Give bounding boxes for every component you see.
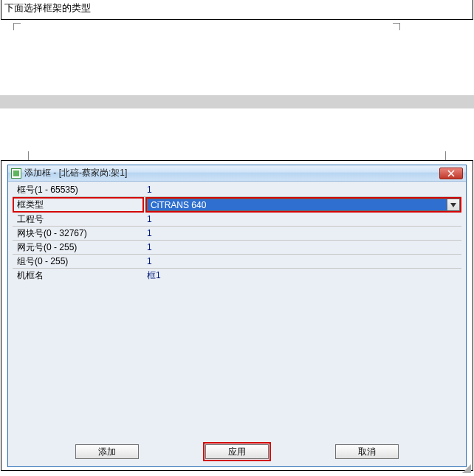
button-bar: 添加 应用 取消 [8,438,466,466]
form-area: 框号(1 - 65535) 1 框类型 CiTRANS 640 工程号 1 [8,182,466,283]
frame-type-dropdown[interactable]: CiTRANS 640 [145,197,461,213]
crop-marks [0,20,474,73]
row-frame-type: 框类型 CiTRANS 640 [13,197,461,213]
label-frame-name: 机框名 [13,269,144,283]
mid-spacer [0,108,474,160]
dropdown-arrow-button[interactable] [447,199,460,211]
apply-button[interactable]: 应用 [205,444,269,459]
label-ne-no: 网元号(0 - 255) [13,241,144,255]
value-group-no[interactable]: 1 [144,255,461,269]
add-frame-dialog: 添加框 - [北碚-蔡家岗:架1] 框号(1 - 65535) 1 框类型 Ci… [7,165,467,467]
label-project-no: 工程号 [13,213,144,227]
instruction-panel: 下面选择框架的类型 [1,0,473,20]
cancel-button-label: 取消 [358,446,376,458]
add-button[interactable]: 添加 [75,444,139,459]
value-ne-no[interactable]: 1 [144,241,461,255]
label-group-no: 组号(0 - 255) [13,255,144,269]
row-group-no: 组号(0 - 255) 1 [13,255,461,269]
chevron-down-icon [450,203,456,207]
label-frame-type: 框类型 [13,197,144,213]
dialog-body-space [8,283,466,438]
app-icon [11,168,21,179]
row-frame-name: 机框名 框1 [13,269,461,283]
value-frame-no[interactable]: 1 [144,183,461,197]
value-project-no[interactable]: 1 [144,213,461,227]
label-block-no: 网块号(0 - 32767) [13,227,144,241]
row-block-no: 网块号(0 - 32767) 1 [13,227,461,241]
add-button-label: 添加 [98,446,116,458]
row-ne-no: 网元号(0 - 255) 1 [13,241,461,255]
instruction-text: 下面选择框架的类型 [4,2,91,13]
row-project-no: 工程号 1 [13,213,461,227]
close-button[interactable] [439,168,463,179]
close-icon [447,170,455,177]
label-frame-no: 框号(1 - 65535) [13,183,144,197]
resize-grip-icon[interactable] [461,463,471,473]
row-frame-no: 框号(1 - 65535) 1 [13,183,461,197]
value-frame-name[interactable]: 框1 [144,269,461,283]
cancel-button[interactable]: 取消 [335,444,399,459]
dialog-titlebar[interactable]: 添加框 - [北碚-蔡家岗:架1] [8,165,466,182]
separator-band [0,95,474,108]
apply-button-label: 应用 [228,446,246,458]
dialog-wrapper: 添加框 - [北碚-蔡家岗:架1] 框号(1 - 65535) 1 框类型 Ci… [1,160,473,471]
frame-type-value: CiTRANS 640 [147,199,447,211]
value-block-no[interactable]: 1 [144,227,461,241]
dialog-title: 添加框 - [北碚-蔡家岗:架1] [24,167,127,179]
